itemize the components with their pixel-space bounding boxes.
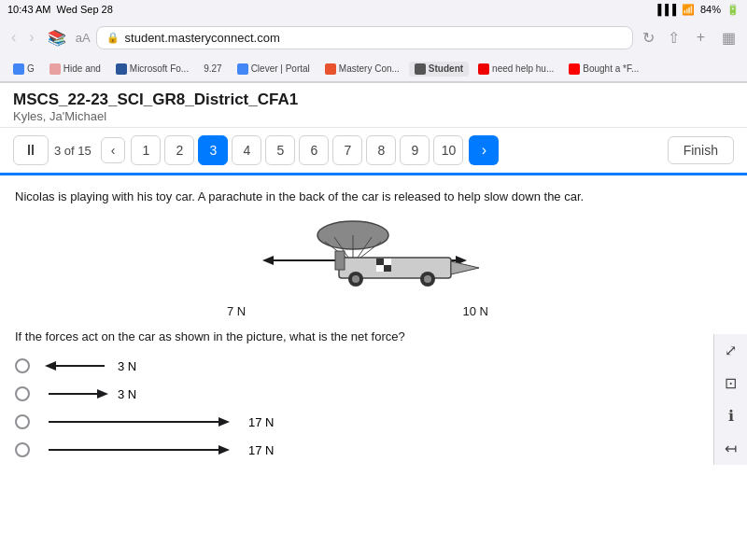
diagram-area: 7 N 10 N [15,218,700,318]
tab-mastery[interactable]: Mastery Con... [319,62,405,77]
tab-hide-icon [49,63,61,75]
sub-question: If the forces act on the car as shown in… [15,329,700,343]
tab-bought[interactable]: Bought a *F... [563,62,644,77]
tab-bought-icon [569,63,580,75]
radio-d[interactable] [15,442,30,457]
svg-point-14 [352,275,359,283]
browser-nav-icons: ⇧ + ▦ [664,27,740,49]
q-num-2[interactable]: 2 [164,135,194,165]
battery-display: 84% [700,4,721,15]
share-button[interactable]: ⇧ [664,27,684,49]
refresh-button[interactable]: ↻ [639,27,658,49]
question-count: 3 of 15 [54,144,92,158]
q-num-6[interactable]: 6 [299,135,329,165]
browser-chrome: ‹ › 📚 aA 🔒 student.masteryconnect.com ↻ … [0,19,747,83]
status-bar: 10:43 AM Wed Sep 28 ▐▐▐ 📶 84% 🔋 [0,0,747,19]
svg-rect-19 [376,265,384,272]
expand-tool[interactable]: ⤢ [725,342,737,359]
question-numbers: 1 2 3 4 5 6 7 8 9 10 [131,135,463,165]
q-num-10[interactable]: 10 [433,135,463,165]
radio-b[interactable] [15,386,30,401]
wifi-icon: 📶 [682,4,695,16]
student-name: Kyles, Ja'Michael [13,109,734,123]
svg-marker-22 [45,361,56,371]
url-bar[interactable]: 🔒 student.masteryconnect.com [96,26,633,49]
force-right-label: 10 N [463,304,488,318]
q-num-5[interactable]: 5 [265,135,295,165]
tab-clever[interactable]: Clever | Portal [232,62,316,77]
tab-mastery-icon [325,63,336,75]
force-labels: 7 N 10 N [227,304,488,318]
back-to-start-tool[interactable]: ↤ [725,440,737,457]
next-question-button[interactable]: › [469,135,499,165]
tab-g-icon [13,63,24,75]
page-title: MSCS_22-23_SCI_GR8_District_CFA1 [13,91,734,109]
time-display: 10:43 AM [7,4,50,15]
tab-g[interactable]: G [7,62,40,77]
q-num-7[interactable]: 7 [332,135,362,165]
arrow-b: 3 N [39,385,136,403]
q-num-1[interactable]: 1 [131,135,161,165]
tab-help[interactable]: need help hu... [472,62,559,77]
force-left-label: 7 N [227,304,246,318]
answer-c-label: 17 N [248,415,274,429]
new-tab-button[interactable]: + [693,27,709,48]
svg-marker-24 [97,389,108,399]
tab-student-icon [415,63,426,75]
tabs-button[interactable]: ▦ [718,27,740,49]
force-diagram-svg [208,218,507,302]
svg-rect-18 [384,259,391,265]
tab-help-icon [478,63,489,75]
svg-point-16 [424,275,431,283]
svg-rect-20 [384,265,391,272]
reader-mode-button[interactable]: 📚 [44,27,70,49]
answer-option-c[interactable]: 17 N [15,413,700,431]
svg-marker-1 [262,256,274,265]
date-display: Wed Sep 28 [56,4,112,15]
q-num-9[interactable]: 9 [400,135,430,165]
answer-option-b[interactable]: 3 N [15,385,700,403]
svg-marker-11 [451,261,479,274]
answer-option-a[interactable]: 3 N [15,357,700,375]
tab-clever-icon [237,63,248,75]
url-text: student.masteryconnect.com [125,31,280,45]
svg-rect-17 [376,259,384,265]
info-tool[interactable]: ℹ [728,407,734,425]
question-nav: ⏸ 3 of 15 ‹ 1 2 3 4 5 6 7 8 9 10 › Finis… [0,128,747,175]
svg-rect-12 [335,251,345,270]
tab-msft-icon [116,63,127,75]
radio-c[interactable] [15,414,30,429]
lock-icon: 🔒 [106,32,120,44]
signal-icon: ▐▐▐ [655,4,676,15]
text-size-button[interactable]: aA [76,31,91,45]
answer-options: 3 N 3 N [15,357,700,459]
q-num-4[interactable]: 4 [232,135,261,165]
tab-student[interactable]: Student [409,62,469,77]
page-header: MSCS_22-23_SCI_GR8_District_CFA1 Kyles, … [0,83,747,128]
finish-button[interactable]: Finish [668,136,734,164]
answer-d-label: 17 N [248,443,274,457]
pause-button[interactable]: ⏸ [13,135,49,165]
radio-a[interactable] [15,358,30,373]
forward-button[interactable]: › [25,27,37,48]
tab-hide[interactable]: Hide and [44,62,106,77]
tab-num[interactable]: 9.27 [198,62,227,76]
q-num-8[interactable]: 8 [366,135,396,165]
answer-a-label: 3 N [118,359,136,373]
prev-question-button[interactable]: ‹ [101,137,126,163]
answer-option-d[interactable]: 17 N [15,441,700,459]
svg-marker-28 [218,445,230,455]
svg-marker-26 [218,417,230,427]
arrow-d: 17 N [39,441,274,459]
q-num-3[interactable]: 3 [198,135,228,165]
nav-bar: ‹ › 📚 aA 🔒 student.masteryconnect.com ↻ … [0,19,747,56]
arrow-c: 17 N [39,413,274,431]
arrow-a: 3 N [39,357,136,375]
battery-icon: 🔋 [726,4,740,16]
tabs-bar: G Hide and Microsoft Fo... 9.27 Clever |… [0,56,747,82]
right-sidebar: ⤢ ⊡ ℹ ↤ [713,334,747,465]
answer-b-label: 3 N [118,387,136,401]
camera-tool[interactable]: ⊡ [725,374,737,392]
tab-msft[interactable]: Microsoft Fo... [110,62,194,77]
back-button[interactable]: ‹ [7,27,20,48]
